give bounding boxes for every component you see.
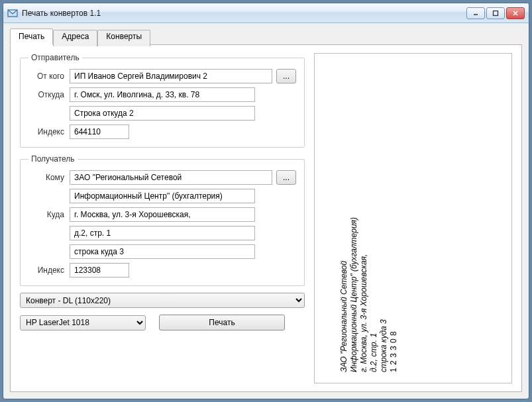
tab-print[interactable]: Печать <box>10 28 53 45</box>
svg-rect-2 <box>494 11 498 15</box>
right-column: ИП Иванов Сергей Владимирович 2 г. Омск,… <box>314 53 512 383</box>
window-controls <box>466 7 525 19</box>
from-browse-button[interactable]: ... <box>276 69 296 83</box>
app-icon <box>7 8 18 19</box>
main-window: Печать конвертов 1.1 Печать Адреса Конве… <box>3 3 529 399</box>
recipient-group: Получатель Кому ... Куда <box>20 154 305 286</box>
recipient-legend: Получатель <box>28 154 78 164</box>
recipient-index-label: Индекс <box>28 266 70 275</box>
title-bar: Печать конвертов 1.1 <box>3 3 529 23</box>
preview-index: 1 2 3 3 0 8 <box>389 217 399 372</box>
recipient-index-input[interactable] <box>70 263 129 277</box>
to-label: Кому <box>28 173 70 182</box>
recipient-addr3-input[interactable] <box>70 244 255 259</box>
preview-line: д.2, стр. 1 <box>369 217 379 372</box>
window-title: Печать конвертов 1.1 <box>22 9 466 18</box>
preview-line: ЗАО "Региональный Сетевой <box>339 217 349 372</box>
preview-recipient-block: ЗАО "Региональный Сетевой Информационный… <box>339 217 399 372</box>
printer-select[interactable]: HP LaserJet 1018 <box>20 315 146 330</box>
from-label: От кого <box>28 72 70 81</box>
to-name2-input[interactable] <box>70 189 255 203</box>
tab-addresses[interactable]: Адреса <box>53 30 97 46</box>
recipient-where-label: Куда <box>28 210 70 219</box>
sender-legend: Отправитель <box>28 53 82 62</box>
sender-group: Отправитель От кого ... Откуда <box>20 53 305 148</box>
ellipsis-icon: ... <box>283 72 290 81</box>
sender-index-label: Индекс <box>28 127 70 136</box>
tab-page-print: Отправитель От кого ... Откуда <box>10 45 522 392</box>
bottom-row: HP LaserJet 1018 Печать <box>20 315 305 330</box>
maximize-button[interactable] <box>486 7 505 19</box>
preview-index: 6 4 4 1 1 0 <box>314 353 321 383</box>
tab-envelopes[interactable]: Конверты <box>97 30 150 46</box>
tab-label: Конверты <box>106 32 142 41</box>
to-browse-button[interactable]: ... <box>276 170 296 185</box>
recipient-addr2-input[interactable] <box>70 226 255 240</box>
close-button[interactable] <box>506 7 525 19</box>
recipient-addr1-input[interactable] <box>70 207 255 222</box>
left-column: Отправитель От кого ... Откуда <box>20 53 305 383</box>
preview-line: строка куда 3 <box>379 217 389 372</box>
preview-line: Информационный Центр" (бухгалтерия) <box>349 217 359 372</box>
tab-label: Адреса <box>62 32 89 41</box>
print-button[interactable]: Печать <box>159 315 285 330</box>
preview-line: г. Москва, ул. 3-я Хорошевская, <box>359 217 369 372</box>
tab-strip: Печать Адреса Конверты <box>10 28 522 45</box>
tab-label: Печать <box>19 32 44 41</box>
envelope-surface: ИП Иванов Сергей Владимирович 2 г. Омск,… <box>314 204 413 383</box>
sender-addr1-input[interactable] <box>70 87 255 102</box>
preview-sender-block: ИП Иванов Сергей Владимирович 2 г. Омск,… <box>314 353 321 383</box>
client-area: Печать Адреса Конверты Отправитель От ко… <box>3 23 529 399</box>
to-name1-input[interactable] <box>70 170 272 185</box>
print-button-label: Печать <box>209 318 235 327</box>
envelope-format-select[interactable]: Конверт - DL (110х220) <box>20 293 305 308</box>
envelope-preview: ИП Иванов Сергей Владимирович 2 г. Омск,… <box>314 53 512 383</box>
sender-where-label: Откуда <box>28 90 70 99</box>
ellipsis-icon: ... <box>283 173 290 182</box>
from-input[interactable] <box>70 69 272 83</box>
minimize-button[interactable] <box>466 7 485 19</box>
sender-addr2-input[interactable] <box>70 106 255 121</box>
sender-index-input[interactable] <box>70 125 129 139</box>
